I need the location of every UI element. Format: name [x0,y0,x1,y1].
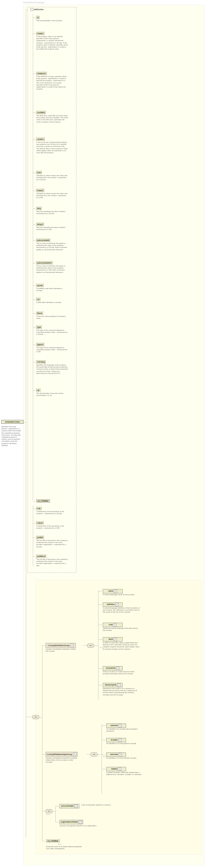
v-attr-spine [33,14,33,500]
e-desc: Represents the position of a concept in … [103,688,140,696]
element-definition: definition+ [103,602,123,607]
attr-row: whyuriWhy the metadata has been included… [36,223,74,230]
attr-uri: uri [36,298,41,301]
type-title: FlexAuthorPropType [23,1,45,4]
attr-row: whyWhy the metadata has been included - … [36,207,74,215]
concept-relationships-group: ConceptRelationshipsGroup+ [46,752,78,757]
attr-desc: Specifies the language of this property … [36,364,68,374]
h-cd5 [98,685,102,685]
attr-role: role [36,507,42,510]
element-related: related+ [106,767,126,771]
children-area [35,580,202,855]
h-r3 [33,556,36,557]
h-anyattr [33,501,36,502]
h-a5 [33,173,36,173]
plus-icon[interactable]: + [113,623,117,626]
plus-icon[interactable]: + [79,820,82,824]
attr-jobtitle: jobtitle [36,536,44,539]
attr-row: pubconstraintOne or many constraints tha… [36,239,74,251]
h-a3 [33,113,36,113]
e-desc: A link to an item or a web resource whic… [103,671,140,675]
h-a16 [33,362,36,363]
sequence-gate [32,715,39,719]
plus-icon[interactable]: + [74,805,78,808]
plus-icon[interactable]: + [119,739,122,742]
attr-row: howuriIndicates by which means the value… [36,189,74,199]
attr-type: type [36,326,42,329]
v-role-spine [33,505,33,566]
h-a1 [33,34,36,34]
h-p1 [55,806,59,807]
attr-desc: A qualified code which identifies a conc… [36,288,68,292]
attr-desc: The type of the concept assigned as cont… [36,347,68,353]
attr-desc: Why the metadata has been included - exp… [36,211,68,215]
plus-icon[interactable]: + [113,638,117,641]
e-desc: In NAR 1.8 and later, facet is deprecate… [103,642,140,650]
attr-row: customIf set to true the corresponding p… [36,137,74,154]
plus-icon[interactable]: + [116,667,119,670]
h-p2 [55,822,59,823]
h-crg-dot2 [98,754,102,755]
attr-modified: modified [36,111,46,114]
attr-row: jobtitleuriThe job title of the person w… [36,555,74,567]
attr-row: dirThe directionality of textual content… [36,389,74,397]
h-cd3 [98,639,102,640]
attr-literal: literal [36,312,43,315]
h-a12 [33,300,36,300]
org-details-element: organisationDetails+ [59,820,83,824]
h-cr2 [102,754,106,755]
plus-icon[interactable]: + [117,683,121,687]
attr-row: literalA free-text value assigned as pro… [36,312,74,319]
attr-xml:lang: xml:lang [36,360,46,364]
element-note: note+ [103,623,123,627]
h-a4 [33,139,36,140]
crg-desc: A group of properties required to indica… [46,757,78,764]
cdg-desc: A group of properties required to define… [46,648,78,652]
h-a17 [33,391,36,391]
plus-icon[interactable]: + [119,724,122,727]
h-r2 [33,537,36,538]
collapse-attributes-icon[interactable]: - [30,8,33,11]
h-a10 [33,263,36,264]
h-cd0 [98,591,102,592]
plus-icon[interactable]: + [116,603,119,606]
element-narrower: narrower+ [106,752,126,757]
attr-desc: Why the metadata has been included - exp… [36,226,68,230]
attr-creator: creator [36,32,45,35]
h-a2 [33,73,36,74]
plus-icon[interactable]: + [118,768,121,771]
attr-desc: A free-text value assigned as property v… [36,315,68,319]
attr-row: typeuriThe type of the concept assigned … [36,343,74,353]
e-desc: An identifier of a more generic concept. [106,743,144,745]
h-crg-dot [86,754,91,755]
plus-icon[interactable]: + [119,753,122,756]
attr-row: pubconstrainturiOne or many constraints … [36,261,74,273]
v-seq-spine [42,645,43,841]
v-crg-spine [102,724,102,794]
root-desc: Specifies the entity (person, organisati… [1,426,21,446]
attr-desc: Indicates by which means the value was e… [36,193,68,199]
e-desc: Additional natural language information … [103,627,140,631]
e-desc: An identifier of a more specific concept… [106,757,144,759]
attr-jobtitleuri: jobtitleuri [36,555,46,558]
plus-icon[interactable]: + [73,753,76,756]
attr-desc: If the property value is not defined, sp… [36,36,68,50]
h-cd1 [98,604,102,605]
attr-row: jobtitleThe job title of the person who … [36,536,74,548]
attr-id: id [36,16,40,19]
h-cr1 [102,740,106,741]
attr-row: howIndicates by which means the value wa… [36,171,74,181]
h-a8 [33,224,36,225]
plus-icon[interactable]: + [70,644,74,647]
attributes-label: - attributes [29,8,44,11]
attr-row: qcodeA qualified code which identifies a… [36,284,74,292]
e-desc: An identifier of a concept with equivale… [106,728,144,732]
occ-p: 0..∞ [47,813,50,815]
attr-row: typeThe type of the concept assigned as … [36,326,74,336]
root-element: metadataCreator [1,420,24,424]
attr-row: creatorIf the property value is not defi… [36,32,74,50]
e-desc: A related concept, where the relationshi… [106,772,144,776]
attr-row: xml:langSpecifies the language of this p… [36,360,74,374]
element-name: name+ [103,589,123,593]
plus-icon[interactable]: + [114,590,117,593]
